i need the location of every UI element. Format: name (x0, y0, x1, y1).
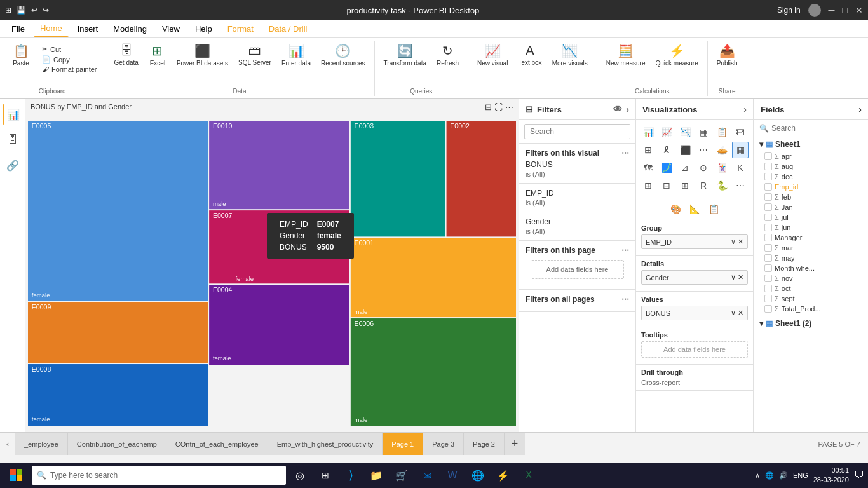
menu-help[interactable]: Help (189, 22, 219, 36)
more-visuals-btn[interactable]: 📉 More visuals (548, 42, 592, 68)
viz-card[interactable]: 🃏 (714, 159, 730, 176)
menu-format[interactable]: Format (221, 22, 260, 36)
taskbar-notification-icon[interactable]: 🗨 (854, 470, 864, 481)
viz-funnel[interactable]: ⊿ (677, 159, 693, 176)
field-item-4[interactable]: Σfeb (754, 192, 868, 202)
new-visual-btn[interactable]: 📈 New visual (473, 42, 512, 68)
viz-stacked-bar[interactable]: 📈 (658, 124, 675, 140)
field-item-2[interactable]: Σdec (754, 172, 868, 182)
excel-btn[interactable]: ⊞ Excel (145, 42, 170, 68)
viz-kpi[interactable]: K (732, 159, 749, 176)
taskbar-edge-icon[interactable]: ⟩ (339, 464, 362, 487)
taskbar-network-icon[interactable]: 🌐 (765, 471, 774, 480)
field-item-10[interactable]: Σmay (754, 253, 868, 263)
field-checkbox-7[interactable] (764, 224, 772, 231)
treemap-cell-e0009[interactable] (28, 302, 208, 363)
viz-line-column[interactable]: ⊞ (640, 142, 656, 158)
page-tab-5[interactable]: Page 3 (423, 433, 464, 455)
new-measure-btn[interactable]: 🧮 New measure (602, 42, 649, 68)
filters-page-add[interactable]: Add data fields here (531, 260, 624, 279)
filters-all-options[interactable]: ⋯ (621, 295, 629, 304)
viz-matrix[interactable]: ⊞ (677, 177, 693, 194)
viz-python[interactable]: 🐍 (714, 177, 730, 194)
taskbar-chrome-icon[interactable]: 🌐 (466, 464, 489, 487)
viz-column-chart[interactable]: 📉 (677, 124, 693, 140)
menu-home[interactable]: Home (34, 21, 69, 37)
taskbar-store-icon[interactable]: 🛒 (390, 464, 413, 487)
copy-btn[interactable]: 📄 Copy (39, 55, 100, 64)
field-item-1[interactable]: Σaug (754, 161, 868, 172)
field-checkbox-6[interactable] (764, 214, 772, 221)
menu-view[interactable]: View (156, 22, 186, 36)
viz-format-icon[interactable]: 🎨 (667, 201, 684, 217)
taskbar-powerbi-icon[interactable]: ⚡ (492, 464, 515, 487)
field-checkbox-2[interactable] (764, 173, 772, 180)
undo-btn[interactable]: ↩ (31, 6, 37, 15)
viz-slicer[interactable]: ⊞ (640, 177, 656, 194)
taskbar-search-box[interactable]: 🔍 Type here to search (32, 466, 286, 485)
filter-toolbar-icon[interactable]: ⊟ (485, 102, 492, 112)
field-item-9[interactable]: Σmar (754, 243, 868, 253)
viz-ribbon-chart[interactable]: 🎗 (658, 142, 675, 158)
menu-file[interactable]: File (5, 22, 31, 36)
filters-nav-icon[interactable]: › (626, 104, 629, 114)
taskbar-start-btn[interactable] (4, 464, 29, 487)
fields-sheet1-header[interactable]: ▾ ▦ Sheet1 (754, 137, 868, 151)
field-item-0[interactable]: Σapr (754, 151, 868, 161)
close-btn[interactable]: ✕ (855, 5, 863, 15)
format-painter-btn[interactable]: 🖌 Format painter (39, 65, 100, 74)
field-checkbox-0[interactable] (764, 152, 772, 160)
field-item-15[interactable]: ΣTotal_Prod... (754, 304, 868, 314)
viz-line-chart[interactable]: 📋 (714, 124, 730, 140)
viz-details-field[interactable]: Gender ∨ ✕ (641, 270, 748, 285)
taskbar-volume-icon[interactable]: 🔊 (779, 471, 788, 480)
page-tab-4[interactable]: Page 1 (383, 433, 423, 455)
viz-r-script[interactable]: R (695, 177, 712, 194)
filters-eye-icon[interactable]: 👁 (613, 104, 622, 114)
field-checkbox-9[interactable] (764, 244, 772, 252)
field-item-6[interactable]: Σjul (754, 212, 868, 222)
taskbar-files-icon[interactable]: 📁 (365, 464, 388, 487)
refresh-btn[interactable]: ↻ Refresh (433, 42, 463, 68)
viz-values-field[interactable]: BONUS ∨ ✕ (641, 306, 748, 320)
treemap-cell-e0008[interactable] (28, 364, 208, 426)
minimize-btn[interactable]: ─ (829, 5, 835, 15)
bonus-filter-field[interactable]: BONUS (526, 160, 629, 169)
gender-filter-field[interactable]: Gender (526, 217, 629, 226)
field-checkbox-13[interactable] (764, 285, 772, 292)
page-tab-0[interactable]: _employee (15, 433, 68, 455)
recent-sources-btn[interactable]: 🕒 Recent sources (317, 42, 369, 68)
field-item-3[interactable]: Emp_id (754, 182, 868, 192)
viz-gauge[interactable]: ⊙ (695, 159, 712, 176)
fields-expand-icon[interactable]: › (858, 104, 862, 114)
viz-more[interactable]: ⋯ (732, 177, 749, 194)
field-item-11[interactable]: Month whe... (754, 263, 868, 273)
field-checkbox-4[interactable] (764, 193, 772, 201)
field-checkbox-10[interactable] (764, 254, 772, 262)
field-checkbox-8[interactable] (764, 234, 772, 241)
treemap-cell-e0004[interactable] (209, 285, 349, 365)
viz-area-chart[interactable]: 🗠 (732, 124, 749, 140)
power-bi-datasets-btn[interactable]: ⬛ Power BI datasets (173, 42, 232, 68)
page-tab-3[interactable]: Emp_with_highest_productivity (268, 433, 383, 455)
viz-bar-chart[interactable]: 📊 (640, 124, 656, 140)
page-tab-add[interactable]: + (505, 433, 525, 455)
publish-btn[interactable]: 📤 Publish (713, 42, 742, 68)
viz-waterfall[interactable]: ⬛ (677, 142, 693, 158)
field-checkbox-11[interactable] (764, 264, 772, 272)
treemap-cell-e0003[interactable] (351, 121, 445, 236)
field-item-7[interactable]: Σjun (754, 222, 868, 233)
text-box-btn[interactable]: A Text box (514, 42, 545, 67)
focus-mode-icon[interactable]: ⛶ (494, 102, 503, 112)
viz-filled-map[interactable]: 🗾 (658, 159, 675, 176)
field-item-14[interactable]: Σsept (754, 294, 868, 304)
paste-btn[interactable]: 📋 Paste (5, 42, 37, 68)
redo-btn[interactable]: ↪ (43, 6, 49, 15)
menu-insert[interactable]: Insert (71, 22, 105, 36)
fields-sheet1-2-header[interactable]: ▾ ▦ Sheet1 (2) (754, 316, 868, 330)
maximize-btn[interactable]: □ (843, 5, 848, 15)
viz-scatter[interactable]: ⋯ (695, 142, 712, 158)
taskbar-mail-icon[interactable]: ✉ (416, 464, 438, 487)
filters-search-input[interactable] (524, 124, 630, 139)
viz-pie-chart[interactable]: 🥧 (714, 142, 730, 158)
